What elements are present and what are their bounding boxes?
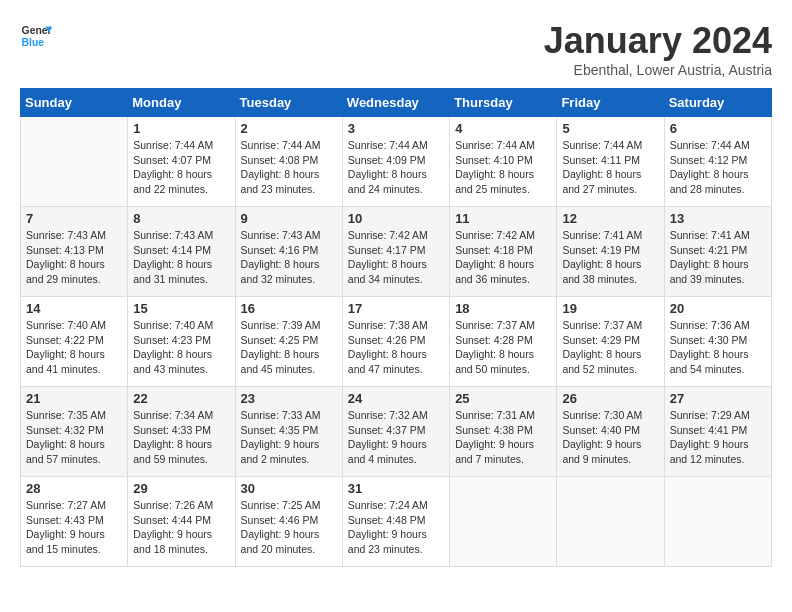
day-info: Sunrise: 7:44 AMSunset: 4:12 PMDaylight:… [670,138,766,197]
day-number: 22 [133,391,229,406]
calendar-cell: 2Sunrise: 7:44 AMSunset: 4:08 PMDaylight… [235,117,342,207]
day-info: Sunrise: 7:41 AMSunset: 4:19 PMDaylight:… [562,228,658,287]
day-number: 23 [241,391,337,406]
calendar-cell: 27Sunrise: 7:29 AMSunset: 4:41 PMDayligh… [664,387,771,477]
calendar-cell: 21Sunrise: 7:35 AMSunset: 4:32 PMDayligh… [21,387,128,477]
day-number: 7 [26,211,122,226]
day-number: 16 [241,301,337,316]
day-number: 19 [562,301,658,316]
header: General Blue January 2024 Ebenthal, Lowe… [20,20,772,78]
calendar-cell: 16Sunrise: 7:39 AMSunset: 4:25 PMDayligh… [235,297,342,387]
day-number: 26 [562,391,658,406]
day-info: Sunrise: 7:33 AMSunset: 4:35 PMDaylight:… [241,408,337,467]
day-number: 27 [670,391,766,406]
calendar-cell: 28Sunrise: 7:27 AMSunset: 4:43 PMDayligh… [21,477,128,567]
day-info: Sunrise: 7:44 AMSunset: 4:10 PMDaylight:… [455,138,551,197]
day-info: Sunrise: 7:40 AMSunset: 4:23 PMDaylight:… [133,318,229,377]
day-number: 11 [455,211,551,226]
day-number: 29 [133,481,229,496]
day-info: Sunrise: 7:44 AMSunset: 4:11 PMDaylight:… [562,138,658,197]
calendar-cell: 15Sunrise: 7:40 AMSunset: 4:23 PMDayligh… [128,297,235,387]
calendar-cell: 1Sunrise: 7:44 AMSunset: 4:07 PMDaylight… [128,117,235,207]
logo-icon: General Blue [20,20,52,52]
day-info: Sunrise: 7:34 AMSunset: 4:33 PMDaylight:… [133,408,229,467]
calendar-cell [664,477,771,567]
week-row-2: 7Sunrise: 7:43 AMSunset: 4:13 PMDaylight… [21,207,772,297]
day-number: 12 [562,211,658,226]
day-number: 13 [670,211,766,226]
calendar-cell: 8Sunrise: 7:43 AMSunset: 4:14 PMDaylight… [128,207,235,297]
day-number: 21 [26,391,122,406]
day-info: Sunrise: 7:35 AMSunset: 4:32 PMDaylight:… [26,408,122,467]
logo: General Blue [20,20,52,52]
weekday-header-friday: Friday [557,89,664,117]
calendar-cell: 11Sunrise: 7:42 AMSunset: 4:18 PMDayligh… [450,207,557,297]
calendar-cell [557,477,664,567]
weekday-header-wednesday: Wednesday [342,89,449,117]
day-number: 6 [670,121,766,136]
calendar-body: 1Sunrise: 7:44 AMSunset: 4:07 PMDaylight… [21,117,772,567]
week-row-1: 1Sunrise: 7:44 AMSunset: 4:07 PMDaylight… [21,117,772,207]
calendar-subtitle: Ebenthal, Lower Austria, Austria [544,62,772,78]
calendar-cell: 3Sunrise: 7:44 AMSunset: 4:09 PMDaylight… [342,117,449,207]
day-info: Sunrise: 7:43 AMSunset: 4:13 PMDaylight:… [26,228,122,287]
day-info: Sunrise: 7:44 AMSunset: 4:09 PMDaylight:… [348,138,444,197]
calendar-cell: 31Sunrise: 7:24 AMSunset: 4:48 PMDayligh… [342,477,449,567]
calendar-cell: 6Sunrise: 7:44 AMSunset: 4:12 PMDaylight… [664,117,771,207]
calendar-table: SundayMondayTuesdayWednesdayThursdayFrid… [20,88,772,567]
calendar-cell: 30Sunrise: 7:25 AMSunset: 4:46 PMDayligh… [235,477,342,567]
day-number: 30 [241,481,337,496]
calendar-cell [450,477,557,567]
svg-text:Blue: Blue [22,37,45,48]
calendar-cell: 14Sunrise: 7:40 AMSunset: 4:22 PMDayligh… [21,297,128,387]
calendar-cell: 12Sunrise: 7:41 AMSunset: 4:19 PMDayligh… [557,207,664,297]
day-info: Sunrise: 7:43 AMSunset: 4:14 PMDaylight:… [133,228,229,287]
day-number: 5 [562,121,658,136]
day-number: 10 [348,211,444,226]
day-info: Sunrise: 7:43 AMSunset: 4:16 PMDaylight:… [241,228,337,287]
day-info: Sunrise: 7:37 AMSunset: 4:28 PMDaylight:… [455,318,551,377]
day-info: Sunrise: 7:38 AMSunset: 4:26 PMDaylight:… [348,318,444,377]
day-info: Sunrise: 7:40 AMSunset: 4:22 PMDaylight:… [26,318,122,377]
calendar-cell: 23Sunrise: 7:33 AMSunset: 4:35 PMDayligh… [235,387,342,477]
day-number: 17 [348,301,444,316]
calendar-cell: 26Sunrise: 7:30 AMSunset: 4:40 PMDayligh… [557,387,664,477]
calendar-cell [21,117,128,207]
day-info: Sunrise: 7:41 AMSunset: 4:21 PMDaylight:… [670,228,766,287]
calendar-cell: 25Sunrise: 7:31 AMSunset: 4:38 PMDayligh… [450,387,557,477]
calendar-title: January 2024 [544,20,772,62]
day-info: Sunrise: 7:36 AMSunset: 4:30 PMDaylight:… [670,318,766,377]
calendar-cell: 4Sunrise: 7:44 AMSunset: 4:10 PMDaylight… [450,117,557,207]
calendar-cell: 13Sunrise: 7:41 AMSunset: 4:21 PMDayligh… [664,207,771,297]
day-info: Sunrise: 7:25 AMSunset: 4:46 PMDaylight:… [241,498,337,557]
day-number: 2 [241,121,337,136]
calendar-cell: 17Sunrise: 7:38 AMSunset: 4:26 PMDayligh… [342,297,449,387]
day-info: Sunrise: 7:42 AMSunset: 4:17 PMDaylight:… [348,228,444,287]
day-number: 18 [455,301,551,316]
calendar-cell: 10Sunrise: 7:42 AMSunset: 4:17 PMDayligh… [342,207,449,297]
day-info: Sunrise: 7:44 AMSunset: 4:08 PMDaylight:… [241,138,337,197]
day-number: 25 [455,391,551,406]
weekday-header-row: SundayMondayTuesdayWednesdayThursdayFrid… [21,89,772,117]
day-info: Sunrise: 7:29 AMSunset: 4:41 PMDaylight:… [670,408,766,467]
calendar-cell: 7Sunrise: 7:43 AMSunset: 4:13 PMDaylight… [21,207,128,297]
day-info: Sunrise: 7:32 AMSunset: 4:37 PMDaylight:… [348,408,444,467]
day-number: 4 [455,121,551,136]
day-info: Sunrise: 7:24 AMSunset: 4:48 PMDaylight:… [348,498,444,557]
day-number: 8 [133,211,229,226]
day-info: Sunrise: 7:44 AMSunset: 4:07 PMDaylight:… [133,138,229,197]
weekday-header-sunday: Sunday [21,89,128,117]
day-info: Sunrise: 7:26 AMSunset: 4:44 PMDaylight:… [133,498,229,557]
title-area: January 2024 Ebenthal, Lower Austria, Au… [544,20,772,78]
week-row-5: 28Sunrise: 7:27 AMSunset: 4:43 PMDayligh… [21,477,772,567]
day-number: 3 [348,121,444,136]
day-number: 24 [348,391,444,406]
day-number: 14 [26,301,122,316]
weekday-header-tuesday: Tuesday [235,89,342,117]
calendar-cell: 22Sunrise: 7:34 AMSunset: 4:33 PMDayligh… [128,387,235,477]
calendar-cell: 5Sunrise: 7:44 AMSunset: 4:11 PMDaylight… [557,117,664,207]
calendar-cell: 18Sunrise: 7:37 AMSunset: 4:28 PMDayligh… [450,297,557,387]
week-row-4: 21Sunrise: 7:35 AMSunset: 4:32 PMDayligh… [21,387,772,477]
day-info: Sunrise: 7:31 AMSunset: 4:38 PMDaylight:… [455,408,551,467]
day-info: Sunrise: 7:42 AMSunset: 4:18 PMDaylight:… [455,228,551,287]
